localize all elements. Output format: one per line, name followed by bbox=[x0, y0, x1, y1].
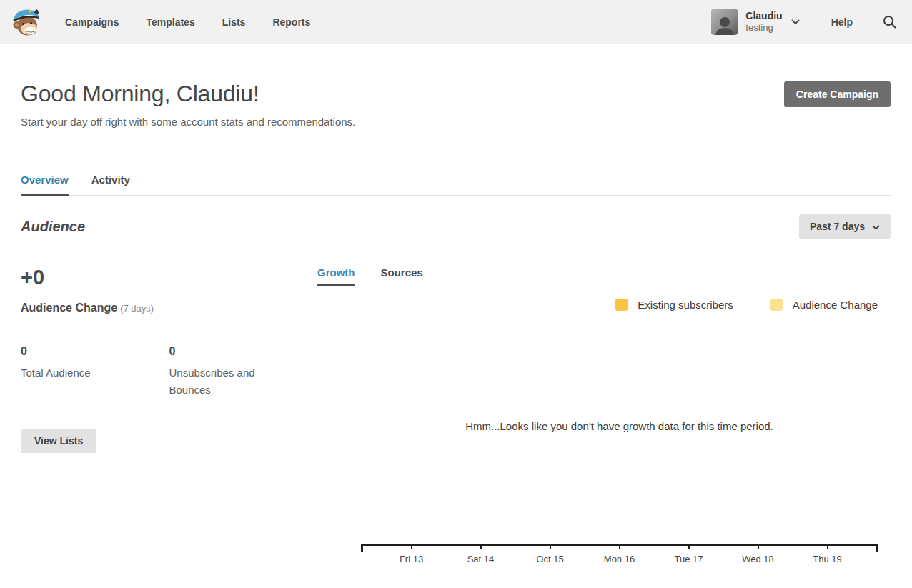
audience-change-label: Audience Change(7 days) bbox=[21, 302, 317, 314]
create-campaign-button[interactable]: Create Campaign bbox=[784, 81, 891, 107]
legend-label: Audience Change bbox=[793, 299, 878, 311]
page-header: Good Morning, Claudiu! Start your day of… bbox=[21, 81, 891, 128]
x-tick: Oct 15 bbox=[515, 546, 585, 565]
x-axis: Fri 13 Sat 14 Oct 15 Mon 16 Tue 17 Wed 1… bbox=[361, 544, 878, 565]
legend-item-audience-change: Audience Change bbox=[770, 299, 878, 311]
audience-section-header: Audience Past 7 days bbox=[21, 214, 891, 239]
help-link[interactable]: Help bbox=[831, 16, 853, 28]
chart-plot-area: Hmm...Looks like you don't have growth d… bbox=[317, 311, 891, 544]
page-subtitle: Start your day off right with some accou… bbox=[21, 116, 355, 128]
audience-change-label-text: Audience Change bbox=[21, 302, 117, 314]
stat-total-audience: 0 Total Audience bbox=[21, 345, 169, 399]
x-tick: Thu 19 bbox=[793, 546, 862, 565]
stat-label: Unsubscribes and Bounces bbox=[169, 364, 262, 399]
legend-swatch-icon bbox=[770, 299, 783, 311]
mailchimp-logo-icon[interactable] bbox=[11, 5, 42, 39]
x-tick: Wed 18 bbox=[723, 546, 793, 565]
stat-value: 0 bbox=[169, 345, 304, 358]
x-axis-label: Sat 14 bbox=[467, 554, 495, 564]
audience-summary: +0 Audience Change(7 days) 0 Total Audie… bbox=[21, 260, 317, 565]
avatar bbox=[711, 9, 738, 35]
x-axis-label: Oct 15 bbox=[536, 554, 563, 564]
x-tick: Mon 16 bbox=[585, 546, 654, 565]
x-tick: Sat 14 bbox=[446, 546, 515, 565]
page-title: Good Morning, Claudiu! bbox=[21, 81, 355, 107]
legend-label: Existing subscribers bbox=[638, 299, 733, 311]
chart-tabs: Growth Sources bbox=[317, 266, 891, 286]
stat-value: 0 bbox=[21, 345, 155, 358]
nav-links: Campaigns Templates Lists Reports bbox=[65, 16, 310, 28]
audience-section-title: Audience bbox=[21, 219, 85, 235]
tab-growth[interactable]: Growth bbox=[317, 266, 355, 286]
audience-stats: 0 Total Audience 0 Unsubscribes and Boun… bbox=[21, 345, 317, 399]
search-icon[interactable] bbox=[883, 15, 896, 29]
period-selector[interactable]: Past 7 days bbox=[799, 214, 891, 239]
audience-content: +0 Audience Change(7 days) 0 Total Audie… bbox=[21, 260, 891, 565]
nav-right: Claudiu testing Help bbox=[711, 9, 898, 35]
nav-item-templates[interactable]: Templates bbox=[146, 16, 194, 28]
x-axis-label: Mon 16 bbox=[604, 554, 635, 564]
stat-label: Total Audience bbox=[21, 364, 114, 382]
main-tabs: Overview Activity bbox=[21, 174, 891, 196]
x-axis-label: Thu 19 bbox=[813, 554, 841, 564]
legend-swatch-icon bbox=[615, 299, 628, 311]
view-lists-button[interactable]: View Lists bbox=[21, 429, 96, 453]
x-tick: Fri 13 bbox=[377, 546, 446, 565]
nav-item-campaigns[interactable]: Campaigns bbox=[65, 16, 119, 28]
chart-legend: Existing subscribers Audience Change bbox=[317, 299, 878, 311]
main-content: Good Morning, Claudiu! Start your day of… bbox=[0, 81, 912, 565]
tab-overview[interactable]: Overview bbox=[21, 174, 69, 196]
account-text: Claudiu testing bbox=[745, 10, 782, 34]
nav-item-lists[interactable]: Lists bbox=[222, 16, 246, 28]
x-axis-label: Wed 18 bbox=[742, 554, 774, 564]
tab-sources[interactable]: Sources bbox=[381, 266, 423, 286]
audience-change-period: (7 days) bbox=[120, 303, 154, 314]
tab-activity[interactable]: Activity bbox=[91, 174, 130, 196]
growth-chart-panel: Growth Sources Existing subscribers Audi… bbox=[317, 260, 891, 565]
account-menu[interactable]: Claudiu testing bbox=[711, 9, 799, 35]
legend-item-existing-subscribers: Existing subscribers bbox=[615, 299, 733, 311]
x-tick: Tue 17 bbox=[654, 546, 723, 565]
x-axis-label: Tue 17 bbox=[675, 554, 703, 564]
chevron-down-icon bbox=[872, 221, 880, 232]
account-name: Claudiu bbox=[745, 10, 782, 23]
nav-item-reports[interactable]: Reports bbox=[272, 16, 310, 28]
audience-change-value: +0 bbox=[21, 266, 317, 289]
chart-empty-message: Hmm...Looks like you don't have growth d… bbox=[361, 420, 878, 432]
account-plan: testing bbox=[745, 22, 782, 34]
x-axis-label: Fri 13 bbox=[400, 554, 423, 564]
top-nav: Campaigns Templates Lists Reports Claudi… bbox=[0, 0, 912, 44]
chevron-down-icon bbox=[791, 19, 800, 25]
period-selector-value: Past 7 days bbox=[810, 221, 865, 232]
stat-unsubscribes: 0 Unsubscribes and Bounces bbox=[169, 345, 318, 399]
